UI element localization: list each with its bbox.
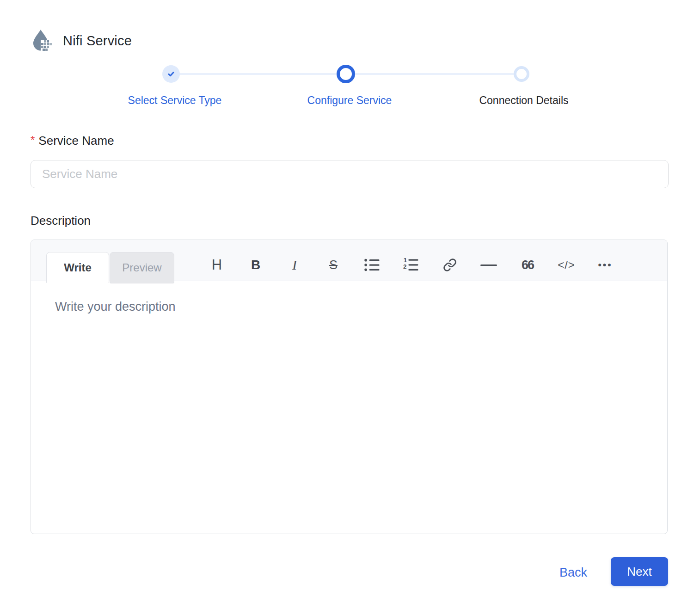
service-name-label: *Service Name	[31, 134, 114, 148]
strikethrough-icon: S	[329, 258, 338, 272]
page-header: Nifi Service	[30, 29, 132, 53]
editor-toolbar-buttons: H B I S	[207, 253, 615, 277]
code-icon: </>	[558, 258, 575, 271]
service-name-input[interactable]	[31, 160, 669, 188]
horizontal-rule-icon	[480, 264, 497, 266]
italic-button[interactable]: I	[284, 254, 305, 276]
step-connection-details-indicator	[514, 66, 529, 82]
svg-text:2: 2	[403, 263, 406, 270]
numbered-list-icon: 1 2	[403, 258, 419, 272]
editor-write-area	[31, 281, 667, 534]
page-title: Nifi Service	[63, 33, 132, 49]
strikethrough-button[interactable]: S	[323, 254, 344, 276]
quote-icon: 66	[522, 258, 534, 272]
bold-icon: B	[251, 258, 260, 272]
description-editor: Write Preview H B I S	[31, 240, 668, 534]
nifi-service-wizard-page: Nifi Service Select Service Type Configu…	[0, 0, 700, 615]
step-label-select-service-type[interactable]: Select Service Type	[128, 94, 222, 107]
bulleted-list-icon	[364, 258, 380, 272]
numbered-list-button[interactable]: 1 2	[401, 254, 421, 276]
editor-tabs: Write Preview	[46, 252, 174, 283]
tab-write[interactable]: Write	[46, 252, 109, 283]
bulleted-list-button[interactable]	[362, 254, 382, 276]
italic-icon: I	[292, 257, 297, 273]
more-button[interactable]: •••	[595, 254, 615, 276]
service-name-label-text: Service Name	[38, 134, 114, 148]
editor-toolbar: Write Preview H B I S	[31, 240, 667, 281]
step-label-configure-service[interactable]: Configure Service	[307, 94, 392, 107]
horizontal-rule-button[interactable]	[479, 254, 499, 276]
quote-button[interactable]: 66	[517, 254, 538, 276]
heading-button[interactable]: H	[207, 254, 227, 276]
back-button[interactable]: Back	[546, 563, 601, 582]
required-asterisk: *	[31, 134, 35, 146]
tab-preview[interactable]: Preview	[110, 252, 174, 283]
link-icon	[443, 258, 457, 272]
wizard-stepper: Select Service Type Configure Service Co…	[0, 64, 700, 110]
code-button[interactable]: </>	[556, 254, 577, 276]
nifi-droplet-icon	[30, 29, 53, 53]
step-label-connection-details[interactable]: Connection Details	[479, 94, 568, 107]
step-configure-service-indicator	[337, 65, 355, 83]
next-button[interactable]: Next	[611, 557, 668, 586]
bold-button[interactable]: B	[246, 254, 266, 276]
link-button[interactable]	[440, 254, 460, 276]
description-label: Description	[31, 214, 91, 228]
checkmark-icon	[166, 69, 176, 79]
heading-icon: H	[212, 257, 222, 273]
step-select-service-type-indicator	[162, 65, 180, 83]
more-icon: •••	[598, 259, 612, 271]
description-input[interactable]	[31, 281, 667, 534]
